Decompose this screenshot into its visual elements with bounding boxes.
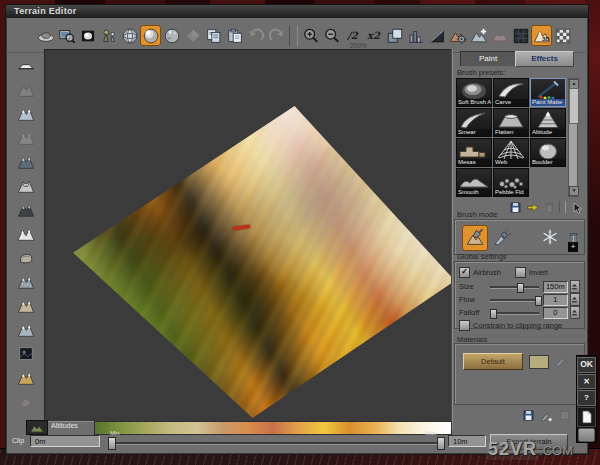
terrain-effects-button[interactable]	[447, 25, 468, 46]
undo-button	[245, 25, 266, 46]
brush-preset-smear[interactable]: Smear	[456, 108, 492, 137]
brush-preset-label: Pebble Fld	[494, 189, 528, 196]
size-value-input[interactable]: 150m	[543, 281, 568, 293]
fractal-pattern-button[interactable]	[510, 25, 531, 46]
glacier-tool-button[interactable]	[15, 319, 37, 341]
mountain-ridge-icon	[17, 201, 35, 219]
size-slider-track[interactable]	[490, 283, 539, 291]
lower-tool-button[interactable]	[15, 151, 37, 173]
flow-spinner-button[interactable]	[570, 293, 580, 306]
tab-effects[interactable]: Effects	[515, 51, 574, 67]
pick-preset-button[interactable]	[569, 200, 583, 214]
brush-preset-carve[interactable]: Carve	[493, 78, 529, 107]
noise-tool-button[interactable]	[15, 271, 37, 293]
add-terrain-button[interactable]	[468, 25, 489, 46]
freeze-mode-button[interactable]	[538, 225, 562, 249]
brush-preset-boulder[interactable]: Boulder	[530, 138, 566, 167]
mountain-dunes-icon	[17, 297, 35, 315]
flatten-tool-button[interactable]	[15, 55, 37, 77]
window-titlebar[interactable]: Terrain Editor	[6, 5, 588, 18]
preview-picture-button[interactable]	[56, 25, 77, 46]
terrain-editor-window: Terrain Editor /2x23D 200% Paint Effects…	[5, 4, 589, 455]
display-wireframe-button[interactable]	[119, 25, 140, 46]
resize-icon	[386, 27, 404, 45]
document-icon[interactable]	[577, 407, 596, 427]
preset-scrollbar[interactable]: ▲ ▼	[568, 78, 578, 197]
terrain-3d-preview[interactable]	[73, 106, 453, 418]
rock-tool-button[interactable]	[15, 247, 37, 269]
range-slider-track[interactable]	[110, 442, 442, 445]
apply-preset-button[interactable]	[525, 200, 539, 214]
flow-slider-handle[interactable]	[535, 296, 542, 306]
ok-button[interactable]: OK	[577, 357, 596, 373]
brush-preset-soft-brush-a[interactable]: Soft Brush A	[456, 78, 492, 107]
twin-peaks-icon	[17, 225, 35, 243]
range-handle-max[interactable]	[437, 437, 445, 450]
display-smooth-button[interactable]	[140, 25, 161, 46]
save-preset-button[interactable]	[508, 200, 522, 214]
material-color-swatch[interactable]	[529, 355, 549, 369]
flow-value-input[interactable]: 1	[543, 294, 568, 306]
dunes-tool-button[interactable]	[15, 295, 37, 317]
terrain-slope-button[interactable]	[426, 25, 447, 46]
invert-checkbox[interactable]	[515, 267, 526, 278]
copy-terrain-button[interactable]	[203, 25, 224, 46]
transparency-mask-button[interactable]	[552, 25, 573, 46]
brush-preset-pebble-fld[interactable]: Pebble Fld	[493, 168, 529, 197]
help-button[interactable]: ?	[577, 390, 596, 405]
delete-mode-button[interactable]	[561, 225, 585, 249]
default-material-button[interactable]: Default	[463, 353, 523, 370]
airbrush-mode-button[interactable]	[490, 225, 514, 249]
paint-mode-button[interactable]	[462, 225, 488, 251]
falloff-spinner-button[interactable]	[570, 306, 580, 319]
brush-preset-web[interactable]: Web	[493, 138, 529, 167]
zoom-out-button[interactable]	[321, 25, 342, 46]
brush-preset-flatten[interactable]: Flatten	[493, 108, 529, 137]
terrain-histogram-button[interactable]	[405, 25, 426, 46]
zoom-in-button[interactable]	[300, 25, 321, 46]
falloff-slider-track[interactable]	[490, 309, 539, 317]
falloff-slider-handle[interactable]	[490, 309, 497, 319]
display-textured-button[interactable]	[161, 25, 182, 46]
flat-ground-icon	[17, 57, 35, 75]
web-icon	[494, 139, 528, 161]
resize-terrain-button[interactable]	[384, 25, 405, 46]
terrain-viewport[interactable]	[44, 49, 453, 422]
scroll-down-icon[interactable]: ▼	[569, 186, 579, 196]
cancel-button[interactable]: ✕	[577, 374, 596, 389]
toggle-3d-view-button[interactable]: 3D	[531, 25, 552, 46]
delete-preset-button	[542, 200, 556, 214]
brush-preset-paint-matte[interactable]: Paint Matte	[530, 78, 566, 107]
brush-preset-smooth[interactable]: Smooth	[456, 168, 492, 197]
smear-icon	[457, 109, 491, 131]
max-altitude-input[interactable]: 10m	[448, 435, 486, 447]
blank-slot-button[interactable]	[578, 428, 595, 442]
mountain-tool-button[interactable]	[15, 103, 37, 125]
brush-mode-box: +	[454, 219, 585, 255]
size-slider-handle[interactable]	[517, 283, 524, 293]
checker-icon	[554, 27, 572, 45]
constrain-checkbox[interactable]	[459, 320, 470, 331]
brush-preset-altitude[interactable]: Altitude	[530, 108, 566, 137]
image-stamp-tool-button[interactable]	[15, 343, 37, 365]
paint-mountain-tool-button[interactable]	[15, 367, 37, 389]
ridge-tool-button[interactable]	[15, 199, 37, 221]
brush-preset-mesas[interactable]: Mesas	[456, 138, 492, 167]
range-handle-min[interactable]	[108, 437, 116, 450]
tab-paint[interactable]: Paint	[460, 51, 516, 66]
show-terrain-button[interactable]	[35, 25, 56, 46]
brush-mode-label: Brush mode	[457, 210, 497, 219]
peaks-tool-button[interactable]	[15, 223, 37, 245]
crater-tool-button[interactable]	[15, 175, 37, 197]
save-icon	[509, 201, 522, 214]
size-spinner-button[interactable]	[570, 280, 580, 293]
render-preview-button[interactable]	[77, 25, 98, 46]
paste-terrain-button[interactable]	[224, 25, 245, 46]
scrollbar-thumb[interactable]	[569, 88, 579, 124]
sphere-textured-icon	[163, 27, 181, 45]
pick-objects-button[interactable]	[98, 25, 119, 46]
airbrush-checkbox[interactable]: ✓	[459, 267, 470, 278]
flow-slider-track[interactable]	[490, 296, 539, 304]
falloff-value-input[interactable]: 0	[543, 307, 568, 319]
min-altitude-input[interactable]: 0m	[30, 435, 100, 447]
